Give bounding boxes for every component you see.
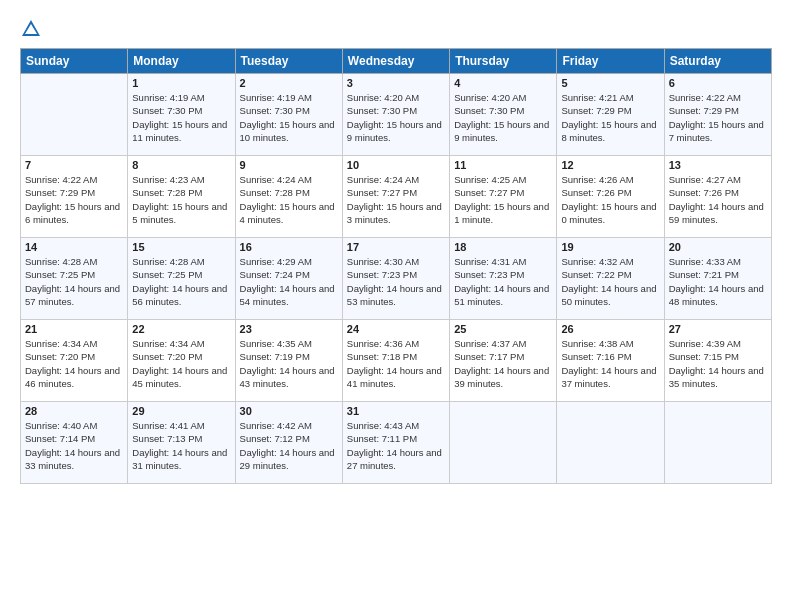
day-number: 19: [561, 241, 659, 253]
weekday-header-sunday: Sunday: [21, 49, 128, 74]
day-info: Sunrise: 4:32 AMSunset: 7:22 PMDaylight:…: [561, 255, 659, 308]
day-info: Sunrise: 4:41 AMSunset: 7:13 PMDaylight:…: [132, 419, 230, 472]
day-number: 18: [454, 241, 552, 253]
day-number: 30: [240, 405, 338, 417]
day-cell: 18Sunrise: 4:31 AMSunset: 7:23 PMDayligh…: [450, 238, 557, 320]
day-info: Sunrise: 4:34 AMSunset: 7:20 PMDaylight:…: [25, 337, 123, 390]
day-number: 2: [240, 77, 338, 89]
day-cell: [557, 402, 664, 484]
weekday-header-friday: Friday: [557, 49, 664, 74]
day-info: Sunrise: 4:25 AMSunset: 7:27 PMDaylight:…: [454, 173, 552, 226]
day-cell: 30Sunrise: 4:42 AMSunset: 7:12 PMDayligh…: [235, 402, 342, 484]
day-cell: 4Sunrise: 4:20 AMSunset: 7:30 PMDaylight…: [450, 74, 557, 156]
day-number: 3: [347, 77, 445, 89]
day-info: Sunrise: 4:20 AMSunset: 7:30 PMDaylight:…: [347, 91, 445, 144]
day-cell: 2Sunrise: 4:19 AMSunset: 7:30 PMDaylight…: [235, 74, 342, 156]
day-number: 29: [132, 405, 230, 417]
day-cell: 28Sunrise: 4:40 AMSunset: 7:14 PMDayligh…: [21, 402, 128, 484]
day-number: 23: [240, 323, 338, 335]
day-cell: 9Sunrise: 4:24 AMSunset: 7:28 PMDaylight…: [235, 156, 342, 238]
day-cell: 31Sunrise: 4:43 AMSunset: 7:11 PMDayligh…: [342, 402, 449, 484]
day-info: Sunrise: 4:37 AMSunset: 7:17 PMDaylight:…: [454, 337, 552, 390]
day-number: 12: [561, 159, 659, 171]
day-cell: [664, 402, 771, 484]
day-info: Sunrise: 4:19 AMSunset: 7:30 PMDaylight:…: [240, 91, 338, 144]
day-number: 31: [347, 405, 445, 417]
day-info: Sunrise: 4:27 AMSunset: 7:26 PMDaylight:…: [669, 173, 767, 226]
day-info: Sunrise: 4:38 AMSunset: 7:16 PMDaylight:…: [561, 337, 659, 390]
day-info: Sunrise: 4:24 AMSunset: 7:27 PMDaylight:…: [347, 173, 445, 226]
week-row-2: 14Sunrise: 4:28 AMSunset: 7:25 PMDayligh…: [21, 238, 772, 320]
day-number: 20: [669, 241, 767, 253]
day-number: 24: [347, 323, 445, 335]
header: [20, 16, 772, 40]
day-info: Sunrise: 4:30 AMSunset: 7:23 PMDaylight:…: [347, 255, 445, 308]
day-cell: 27Sunrise: 4:39 AMSunset: 7:15 PMDayligh…: [664, 320, 771, 402]
day-number: 14: [25, 241, 123, 253]
day-info: Sunrise: 4:19 AMSunset: 7:30 PMDaylight:…: [132, 91, 230, 144]
day-info: Sunrise: 4:20 AMSunset: 7:30 PMDaylight:…: [454, 91, 552, 144]
day-number: 7: [25, 159, 123, 171]
day-number: 9: [240, 159, 338, 171]
day-cell: 8Sunrise: 4:23 AMSunset: 7:28 PMDaylight…: [128, 156, 235, 238]
day-cell: 26Sunrise: 4:38 AMSunset: 7:16 PMDayligh…: [557, 320, 664, 402]
day-cell: 7Sunrise: 4:22 AMSunset: 7:29 PMDaylight…: [21, 156, 128, 238]
day-info: Sunrise: 4:40 AMSunset: 7:14 PMDaylight:…: [25, 419, 123, 472]
day-cell: 21Sunrise: 4:34 AMSunset: 7:20 PMDayligh…: [21, 320, 128, 402]
day-cell: 23Sunrise: 4:35 AMSunset: 7:19 PMDayligh…: [235, 320, 342, 402]
day-number: 11: [454, 159, 552, 171]
day-number: 10: [347, 159, 445, 171]
day-info: Sunrise: 4:34 AMSunset: 7:20 PMDaylight:…: [132, 337, 230, 390]
day-cell: 5Sunrise: 4:21 AMSunset: 7:29 PMDaylight…: [557, 74, 664, 156]
week-row-0: 1Sunrise: 4:19 AMSunset: 7:30 PMDaylight…: [21, 74, 772, 156]
day-cell: 15Sunrise: 4:28 AMSunset: 7:25 PMDayligh…: [128, 238, 235, 320]
day-cell: [450, 402, 557, 484]
day-info: Sunrise: 4:35 AMSunset: 7:19 PMDaylight:…: [240, 337, 338, 390]
day-info: Sunrise: 4:24 AMSunset: 7:28 PMDaylight:…: [240, 173, 338, 226]
day-number: 15: [132, 241, 230, 253]
day-number: 21: [25, 323, 123, 335]
day-cell: [21, 74, 128, 156]
day-info: Sunrise: 4:28 AMSunset: 7:25 PMDaylight:…: [25, 255, 123, 308]
week-row-1: 7Sunrise: 4:22 AMSunset: 7:29 PMDaylight…: [21, 156, 772, 238]
day-cell: 24Sunrise: 4:36 AMSunset: 7:18 PMDayligh…: [342, 320, 449, 402]
day-info: Sunrise: 4:33 AMSunset: 7:21 PMDaylight:…: [669, 255, 767, 308]
day-number: 1: [132, 77, 230, 89]
logo: [20, 16, 46, 40]
day-cell: 13Sunrise: 4:27 AMSunset: 7:26 PMDayligh…: [664, 156, 771, 238]
weekday-header-saturday: Saturday: [664, 49, 771, 74]
day-info: Sunrise: 4:39 AMSunset: 7:15 PMDaylight:…: [669, 337, 767, 390]
day-cell: 3Sunrise: 4:20 AMSunset: 7:30 PMDaylight…: [342, 74, 449, 156]
weekday-header-wednesday: Wednesday: [342, 49, 449, 74]
day-number: 25: [454, 323, 552, 335]
day-number: 5: [561, 77, 659, 89]
day-number: 26: [561, 323, 659, 335]
day-cell: 14Sunrise: 4:28 AMSunset: 7:25 PMDayligh…: [21, 238, 128, 320]
day-info: Sunrise: 4:22 AMSunset: 7:29 PMDaylight:…: [25, 173, 123, 226]
day-number: 16: [240, 241, 338, 253]
day-cell: 29Sunrise: 4:41 AMSunset: 7:13 PMDayligh…: [128, 402, 235, 484]
day-cell: 11Sunrise: 4:25 AMSunset: 7:27 PMDayligh…: [450, 156, 557, 238]
weekday-header-thursday: Thursday: [450, 49, 557, 74]
weekday-header-tuesday: Tuesday: [235, 49, 342, 74]
day-info: Sunrise: 4:22 AMSunset: 7:29 PMDaylight:…: [669, 91, 767, 144]
week-row-3: 21Sunrise: 4:34 AMSunset: 7:20 PMDayligh…: [21, 320, 772, 402]
weekday-header-monday: Monday: [128, 49, 235, 74]
day-cell: 20Sunrise: 4:33 AMSunset: 7:21 PMDayligh…: [664, 238, 771, 320]
calendar-table: SundayMondayTuesdayWednesdayThursdayFrid…: [20, 48, 772, 484]
day-number: 17: [347, 241, 445, 253]
day-info: Sunrise: 4:21 AMSunset: 7:29 PMDaylight:…: [561, 91, 659, 144]
week-row-4: 28Sunrise: 4:40 AMSunset: 7:14 PMDayligh…: [21, 402, 772, 484]
day-cell: 25Sunrise: 4:37 AMSunset: 7:17 PMDayligh…: [450, 320, 557, 402]
day-info: Sunrise: 4:23 AMSunset: 7:28 PMDaylight:…: [132, 173, 230, 226]
day-info: Sunrise: 4:43 AMSunset: 7:11 PMDaylight:…: [347, 419, 445, 472]
day-cell: 16Sunrise: 4:29 AMSunset: 7:24 PMDayligh…: [235, 238, 342, 320]
day-info: Sunrise: 4:29 AMSunset: 7:24 PMDaylight:…: [240, 255, 338, 308]
day-number: 27: [669, 323, 767, 335]
day-number: 8: [132, 159, 230, 171]
page: SundayMondayTuesdayWednesdayThursdayFrid…: [0, 0, 792, 612]
day-info: Sunrise: 4:26 AMSunset: 7:26 PMDaylight:…: [561, 173, 659, 226]
day-cell: 12Sunrise: 4:26 AMSunset: 7:26 PMDayligh…: [557, 156, 664, 238]
weekday-header-row: SundayMondayTuesdayWednesdayThursdayFrid…: [21, 49, 772, 74]
day-number: 28: [25, 405, 123, 417]
